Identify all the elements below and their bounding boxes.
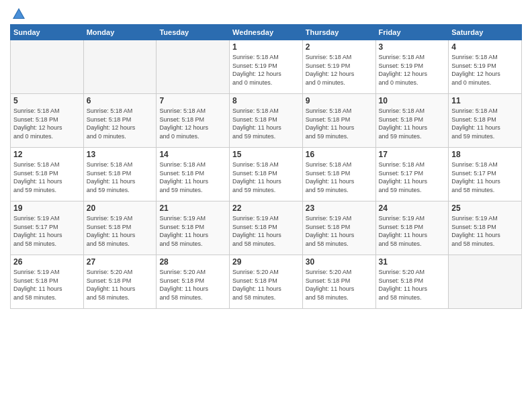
day-number: 1: [232, 42, 300, 52]
logo: [10, 7, 26, 19]
calendar-cell: 31Sunrise: 5:20 AM Sunset: 5:18 PM Dayli…: [375, 255, 449, 309]
day-number: 27: [87, 257, 154, 267]
day-info: Sunrise: 5:20 AM Sunset: 5:18 PM Dayligh…: [306, 268, 373, 302]
day-info: Sunrise: 5:20 AM Sunset: 5:18 PM Dayligh…: [159, 268, 226, 302]
calendar-cell: 3Sunrise: 5:18 AM Sunset: 5:19 PM Daylig…: [375, 40, 449, 94]
day-number: 8: [232, 96, 300, 105]
day-info: Sunrise: 5:18 AM Sunset: 5:18 PM Dayligh…: [13, 107, 81, 140]
day-info: Sunrise: 5:18 AM Sunset: 5:19 PM Dayligh…: [232, 53, 300, 87]
svg-marker-1: [14, 9, 24, 18]
calendar-cell: 10Sunrise: 5:18 AM Sunset: 5:18 PM Dayli…: [375, 94, 449, 148]
day-number: 13: [87, 150, 154, 159]
calendar-week-row: 19Sunrise: 5:19 AM Sunset: 5:17 PM Dayli…: [11, 201, 522, 255]
day-number: 24: [379, 203, 446, 213]
calendar-week-row: 26Sunrise: 5:19 AM Sunset: 5:18 PM Dayli…: [11, 255, 522, 309]
calendar-cell: [449, 255, 522, 309]
calendar-table: SundayMondayTuesdayWednesdayThursdayFrid…: [10, 24, 522, 309]
calendar-cell: 13Sunrise: 5:18 AM Sunset: 5:18 PM Dayli…: [83, 148, 157, 201]
day-number: 18: [451, 150, 519, 159]
calendar-cell: 27Sunrise: 5:20 AM Sunset: 5:18 PM Dayli…: [83, 255, 157, 309]
weekday-header-row: SundayMondayTuesdayWednesdayThursdayFrid…: [11, 25, 522, 40]
calendar-cell: 19Sunrise: 5:19 AM Sunset: 5:17 PM Dayli…: [11, 201, 84, 255]
weekday-header: Wednesday: [230, 25, 303, 40]
day-number: 2: [306, 42, 373, 52]
calendar-cell: [11, 40, 84, 94]
day-number: 16: [306, 150, 373, 159]
calendar-week-row: 12Sunrise: 5:18 AM Sunset: 5:18 PM Dayli…: [11, 148, 522, 201]
day-number: 10: [379, 96, 446, 105]
day-info: Sunrise: 5:18 AM Sunset: 5:18 PM Dayligh…: [159, 161, 226, 194]
day-info: Sunrise: 5:19 AM Sunset: 5:18 PM Dayligh…: [379, 214, 446, 248]
day-number: 14: [159, 150, 226, 159]
day-number: 25: [451, 203, 519, 213]
day-info: Sunrise: 5:18 AM Sunset: 5:19 PM Dayligh…: [379, 53, 446, 87]
day-info: Sunrise: 5:18 AM Sunset: 5:18 PM Dayligh…: [87, 161, 154, 194]
weekday-header: Monday: [83, 25, 157, 40]
day-info: Sunrise: 5:18 AM Sunset: 5:18 PM Dayligh…: [232, 107, 300, 140]
calendar-cell: 2Sunrise: 5:18 AM Sunset: 5:19 PM Daylig…: [302, 40, 375, 94]
day-info: Sunrise: 5:19 AM Sunset: 5:18 PM Dayligh…: [306, 214, 373, 248]
day-number: 23: [306, 203, 373, 213]
calendar-cell: 1Sunrise: 5:18 AM Sunset: 5:19 PM Daylig…: [230, 40, 303, 94]
calendar-cell: 17Sunrise: 5:18 AM Sunset: 5:17 PM Dayli…: [375, 148, 449, 201]
calendar-cell: 8Sunrise: 5:18 AM Sunset: 5:18 PM Daylig…: [230, 94, 303, 148]
weekday-header: Friday: [375, 25, 449, 40]
day-info: Sunrise: 5:18 AM Sunset: 5:18 PM Dayligh…: [379, 107, 446, 140]
calendar-week-row: 5Sunrise: 5:18 AM Sunset: 5:18 PM Daylig…: [11, 94, 522, 148]
day-info: Sunrise: 5:20 AM Sunset: 5:18 PM Dayligh…: [87, 268, 154, 302]
calendar-week-row: 1Sunrise: 5:18 AM Sunset: 5:19 PM Daylig…: [11, 40, 522, 94]
calendar-cell: 21Sunrise: 5:19 AM Sunset: 5:18 PM Dayli…: [157, 201, 230, 255]
day-info: Sunrise: 5:19 AM Sunset: 5:18 PM Dayligh…: [13, 268, 81, 302]
page-header: [10, 7, 522, 19]
day-number: 26: [13, 257, 81, 267]
calendar-cell: 11Sunrise: 5:18 AM Sunset: 5:18 PM Dayli…: [449, 94, 522, 148]
calendar-cell: 5Sunrise: 5:18 AM Sunset: 5:18 PM Daylig…: [11, 94, 84, 148]
day-number: 12: [13, 150, 81, 159]
day-info: Sunrise: 5:20 AM Sunset: 5:18 PM Dayligh…: [379, 268, 446, 302]
calendar-cell: 9Sunrise: 5:18 AM Sunset: 5:18 PM Daylig…: [302, 94, 375, 148]
day-info: Sunrise: 5:18 AM Sunset: 5:19 PM Dayligh…: [451, 53, 519, 87]
calendar-cell: 22Sunrise: 5:19 AM Sunset: 5:18 PM Dayli…: [230, 201, 303, 255]
day-info: Sunrise: 5:20 AM Sunset: 5:18 PM Dayligh…: [232, 268, 300, 302]
calendar-cell: 16Sunrise: 5:18 AM Sunset: 5:18 PM Dayli…: [302, 148, 375, 201]
logo-icon: [11, 7, 26, 21]
calendar-cell: 30Sunrise: 5:20 AM Sunset: 5:18 PM Dayli…: [302, 255, 375, 309]
weekday-header: Sunday: [11, 25, 84, 40]
day-number: 31: [379, 257, 446, 267]
day-info: Sunrise: 5:19 AM Sunset: 5:18 PM Dayligh…: [159, 214, 226, 248]
weekday-header: Thursday: [302, 25, 375, 40]
day-number: 28: [159, 257, 226, 267]
day-number: 30: [306, 257, 373, 267]
day-info: Sunrise: 5:18 AM Sunset: 5:18 PM Dayligh…: [451, 107, 519, 140]
day-info: Sunrise: 5:19 AM Sunset: 5:17 PM Dayligh…: [13, 214, 81, 248]
weekday-header: Saturday: [449, 25, 522, 40]
day-number: 20: [87, 203, 154, 213]
day-number: 17: [379, 150, 446, 159]
day-info: Sunrise: 5:18 AM Sunset: 5:18 PM Dayligh…: [232, 161, 300, 194]
day-info: Sunrise: 5:18 AM Sunset: 5:19 PM Dayligh…: [306, 53, 373, 87]
day-number: 3: [379, 42, 446, 52]
day-number: 29: [232, 257, 300, 267]
day-info: Sunrise: 5:18 AM Sunset: 5:18 PM Dayligh…: [159, 107, 226, 140]
day-number: 15: [232, 150, 300, 159]
day-number: 5: [13, 96, 81, 105]
calendar-cell: 18Sunrise: 5:18 AM Sunset: 5:17 PM Dayli…: [449, 148, 522, 201]
calendar-cell: 20Sunrise: 5:19 AM Sunset: 5:18 PM Dayli…: [83, 201, 157, 255]
calendar-cell: [157, 40, 230, 94]
day-info: Sunrise: 5:18 AM Sunset: 5:17 PM Dayligh…: [379, 161, 446, 194]
calendar-cell: 25Sunrise: 5:19 AM Sunset: 5:18 PM Dayli…: [449, 201, 522, 255]
day-number: 19: [13, 203, 81, 213]
day-info: Sunrise: 5:18 AM Sunset: 5:18 PM Dayligh…: [87, 107, 154, 140]
calendar-cell: 23Sunrise: 5:19 AM Sunset: 5:18 PM Dayli…: [302, 201, 375, 255]
day-number: 4: [451, 42, 519, 52]
weekday-header: Tuesday: [157, 25, 230, 40]
day-number: 22: [232, 203, 300, 213]
day-number: 21: [159, 203, 226, 213]
day-number: 6: [87, 96, 154, 105]
day-number: 11: [451, 96, 519, 105]
calendar-cell: 15Sunrise: 5:18 AM Sunset: 5:18 PM Dayli…: [230, 148, 303, 201]
day-info: Sunrise: 5:18 AM Sunset: 5:18 PM Dayligh…: [306, 107, 373, 140]
day-info: Sunrise: 5:18 AM Sunset: 5:18 PM Dayligh…: [306, 161, 373, 194]
calendar-cell: 7Sunrise: 5:18 AM Sunset: 5:18 PM Daylig…: [157, 94, 230, 148]
calendar-cell: 6Sunrise: 5:18 AM Sunset: 5:18 PM Daylig…: [83, 94, 157, 148]
